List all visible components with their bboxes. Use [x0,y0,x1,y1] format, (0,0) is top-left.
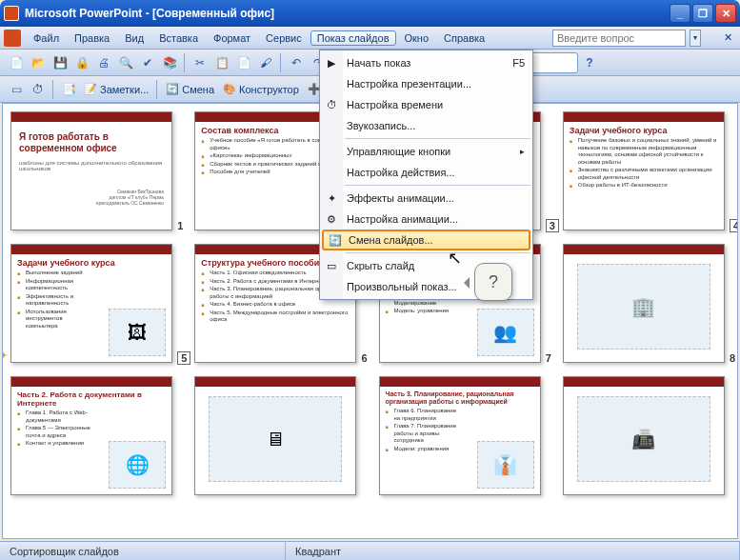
clipart-icon: 🖥 [209,396,342,482]
hide-icon: ▭ [324,258,339,273]
menu-edit[interactable]: Правка [68,30,116,46]
design-button[interactable]: 🎨 Конструктор [219,83,303,95]
copy-icon[interactable]: 📋 [211,52,232,73]
menu-help[interactable]: Справка [437,30,491,46]
slide-thumb-8[interactable]: 🏢 8 [563,244,730,363]
window-title: Microsoft PowerPoint - [Современный офис… [25,7,670,20]
animation-icon: ✦ [324,190,339,206]
new-icon[interactable]: 📄 [6,52,27,73]
doc-close-button[interactable]: ✕ [720,30,736,46]
menu-tools[interactable]: Сервис [259,30,309,46]
slide-number: 4 [730,219,738,232]
clipart-icon: 🏢 [577,264,710,350]
menu-custom-animation[interactable]: ⚙ Настройка анимации... [320,209,532,230]
menu-start-show[interactable]: ▶ Начать показF5 [320,52,532,73]
zoom-combo[interactable] [530,52,578,73]
minimize-button[interactable]: _ [670,4,690,23]
slide-number: 3 [546,219,559,232]
summary-icon[interactable]: 📑 [58,79,79,100]
slide-number: 1 [173,219,187,232]
close-button[interactable]: ✕ [715,4,736,23]
ask-question-input[interactable] [552,30,686,47]
window-buttons: _ ❐ ✕ [670,4,736,23]
slide-number: 5 [177,351,190,365]
rehearse-icon[interactable]: ⏱ [28,79,49,100]
menu-animation-schemes[interactable]: ✦ Эффекты анимации... [320,188,532,209]
open-icon[interactable]: 📂 [28,52,49,73]
menu-slide-transition[interactable]: 🔄 Смена слайдов... [322,230,530,250]
animation-star-icon: ✦ [2,348,9,363]
slide-number: 6 [358,351,371,365]
ask-question-dropdown[interactable]: ▾ [690,30,701,47]
powerpoint-icon [4,30,21,47]
cursor-arrow-icon: ↖ [448,248,462,269]
spell-icon[interactable]: ✔ [137,52,158,73]
clock-icon: ⏱ [324,97,339,112]
transition-button[interactable]: 🔄 Смена [162,83,218,95]
slide-thumb-1[interactable]: Я готов работать в современном офисе шаб… [10,111,177,230]
play-icon: ▶ [324,55,339,70]
menu-file[interactable]: Файл [27,30,66,46]
slide-thumb-10[interactable]: 🖥 [194,376,361,495]
transition-icon: 🔄 [328,232,343,248]
clipart-icon: 🖼 [109,309,166,356]
slide-thumb-4[interactable]: Задачи учебного курса Получение базовых … [563,111,730,230]
status-left: Сортировщик слайдов [0,542,286,560]
hide-slide-icon[interactable]: ▭ [6,79,27,100]
cut-icon[interactable]: ✂ [190,52,210,73]
research-icon[interactable]: 📚 [159,52,180,73]
slide-thumb-12[interactable]: 📠 [563,376,730,495]
menu-view[interactable]: Вид [118,30,150,46]
menu-action-settings[interactable]: Настройка действия... [320,162,532,183]
statusbar: Сортировщик слайдов Квадрант [0,541,740,560]
clipart-icon: 👥 [477,309,534,356]
print-icon[interactable]: 🖨 [93,52,114,73]
menu-insert[interactable]: Вставка [152,30,205,46]
maximize-button[interactable]: ❐ [692,4,713,23]
app-icon [4,6,19,21]
menu-slideshow[interactable]: Показ слайдов [310,30,396,46]
menu-action-buttons[interactable]: Управляющие кнопки▸ [320,141,532,162]
slide-number: 7 [542,351,555,365]
titlebar: Microsoft PowerPoint - [Современный офис… [0,0,740,27]
menu-rehearse-timings[interactable]: ⏱ Настройка времени [320,94,532,115]
clipart-icon: 📠 [577,396,710,482]
save-icon[interactable]: 💾 [50,52,70,73]
paste-icon[interactable]: 📄 [233,52,254,73]
help-bubble: ? [474,263,512,301]
clipart-icon: 🌐 [109,441,166,489]
permission-icon[interactable]: 🔒 [71,52,92,73]
custom-animation-icon: ⚙ [324,211,339,227]
menubar: Файл Правка Вид Вставка Формат Сервис По… [0,27,740,50]
menu-window[interactable]: Окно [398,30,436,46]
slide-thumb-11[interactable]: Часть 3. Планирование, рациональная орга… [379,376,546,495]
menu-setup-show[interactable]: Настройка презентации... [320,73,532,94]
slide-number: 8 [726,351,738,365]
slide-thumb-5[interactable]: Задачи учебного курса Выполнение заданий… [10,244,177,363]
menu-record-narration[interactable]: Звукозапись... [320,115,532,136]
clipart-icon: 👔 [477,441,534,489]
help-icon[interactable]: ? [579,52,600,73]
format-painter-icon[interactable]: 🖌 [255,52,276,73]
slide-thumb-9[interactable]: Часть 2. Работа с документами в Интернет… [10,376,177,495]
status-center: Квадрант [286,542,740,560]
preview-icon[interactable]: 🔍 [115,52,136,73]
notes-button[interactable]: 📝 Заметки... [80,83,152,95]
undo-icon[interactable]: ↶ [286,52,307,73]
menu-format[interactable]: Формат [207,30,257,46]
